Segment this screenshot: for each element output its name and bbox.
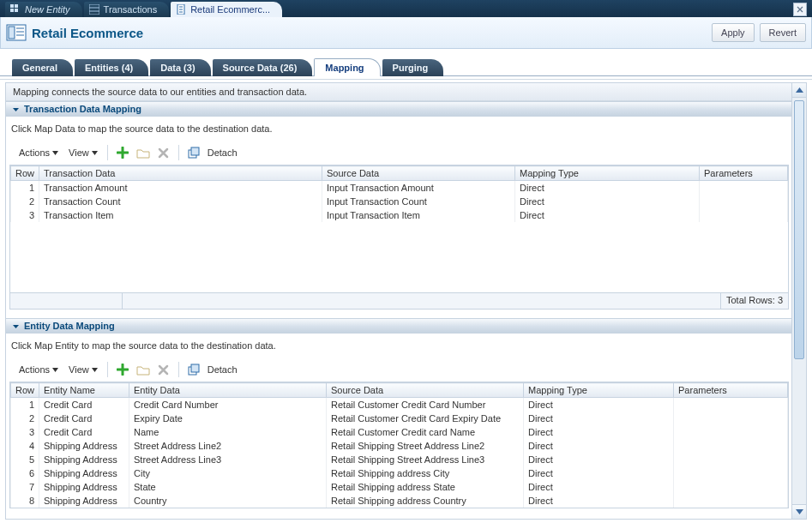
col-entity-name[interactable]: Entity Name [39,383,129,398]
add-icon[interactable] [113,144,132,161]
table-icon [89,4,99,15]
close-tab-button[interactable] [793,3,807,16]
page-header: Retail Ecommerce Apply Revert [0,17,812,49]
col-transaction-data[interactable]: Transaction Data [39,166,322,181]
table-row[interactable]: 1Credit CardCredit Card NumberRetail Cus… [11,398,788,412]
table-row[interactable]: 5Shipping AddressStreet Address Line3Ret… [11,453,788,466]
chevron-down-icon [11,105,21,114]
add-icon[interactable] [113,361,132,378]
content-pane: Mapping connects the source data to our … [5,82,807,520]
section-transaction-mapping-header[interactable]: Transaction Data Mapping [6,101,792,117]
section-hint: Click Map Entity to map the source data … [9,339,789,359]
section-hint: Click Map Data to map the source data to… [9,122,789,142]
page-title: Retail Ecommerce [32,26,143,40]
open-folder-icon[interactable] [134,144,153,161]
table-row[interactable]: 1Transaction AmountInput Transaction Amo… [11,181,788,195]
col-parameters[interactable]: Parameters [700,166,788,181]
col-source-data[interactable]: Source Data [327,383,524,398]
top-tab-transactions[interactable]: Transactions [84,2,170,17]
detach-label[interactable]: Detach [208,147,238,158]
table-row[interactable]: 7Shipping AddressStateRetail Shipping ad… [11,480,788,494]
mid-tab-strip: GeneralEntities (4)Data (3)Source Data (… [0,57,812,76]
delete-icon[interactable] [154,361,173,378]
detach-icon[interactable] [184,361,203,378]
tab-data-3-[interactable]: Data (3) [150,59,210,76]
table-row[interactable]: 6Shipping AddressCityRetail Shipping add… [11,466,788,480]
tab-mapping[interactable]: Mapping [314,58,380,76]
top-tab-label: Transactions [104,4,158,15]
top-tab-retail-ecommerce[interactable]: Retail Ecommerc... [171,2,282,17]
svg-rect-0 [10,4,14,8]
detach-icon[interactable] [184,144,203,161]
section-entity-mapping-header[interactable]: Entity Data Mapping [6,318,792,334]
table-row[interactable]: 3Transaction ItemInput Transaction ItemD… [11,208,788,222]
svg-rect-1 [15,4,18,8]
tab-general[interactable]: General [12,59,73,76]
delete-icon[interactable] [154,144,173,161]
toolbar-entity-mapping: Actions View [9,359,789,382]
info-strip: Mapping connects the source data to our … [6,83,792,101]
col-source-data[interactable]: Source Data [322,166,515,181]
scroll-down-icon[interactable] [792,504,806,519]
actions-menu[interactable]: Actions [15,146,63,159]
tab-source-data-26-[interactable]: Source Data (26) [213,59,313,76]
col-mapping-type[interactable]: Mapping Type [515,166,700,181]
grid-transaction-mapping: Row Transaction Data Source Data Mapping… [9,165,789,310]
actions-menu[interactable]: Actions [15,363,63,376]
table-row[interactable]: 8Shipping AddressCountryRetail Shipping … [11,494,788,508]
grid-entity-mapping: Row Entity Name Entity Data Source Data … [9,382,789,508]
top-tab-new-entity[interactable]: New Entity [5,2,82,17]
section-title: Transaction Data Mapping [24,104,141,114]
svg-rect-12 [9,27,15,39]
document-icon [176,4,186,15]
view-menu[interactable]: View [64,146,102,159]
open-folder-icon[interactable] [134,361,153,378]
col-mapping-type[interactable]: Mapping Type [524,383,674,398]
col-parameters[interactable]: Parameters [674,383,788,398]
svg-rect-4 [89,4,99,15]
view-menu[interactable]: View [64,363,102,376]
svg-rect-2 [10,9,14,12]
scrollbar-thumb[interactable] [794,100,804,359]
table-row[interactable]: 2Transaction CountInput Transaction Coun… [11,195,788,208]
col-entity-data[interactable]: Entity Data [129,383,327,398]
top-tab-strip: New Entity Transactions Retail Ecommerc.… [0,0,812,17]
col-row[interactable]: Row [11,383,39,398]
grid-icon [10,4,21,15]
table-row[interactable]: 3Credit CardNameRetail Customer Credit c… [11,425,788,439]
svg-rect-19 [191,364,199,372]
tab-entities-4-[interactable]: Entities (4) [75,59,148,76]
chevron-down-icon [11,322,21,331]
svg-rect-17 [191,147,199,155]
apply-button[interactable]: Apply [712,23,755,42]
total-rows-label: Total Rows: 3 [721,293,788,309]
svg-rect-3 [15,9,18,12]
vertical-scrollbar[interactable] [791,83,806,519]
tab-purging[interactable]: Purging [382,59,444,76]
document-icon [6,24,27,41]
table-row[interactable]: 2Credit CardExpiry DateRetail Customer C… [11,412,788,425]
revert-button[interactable]: Revert [760,23,806,42]
section-title: Entity Data Mapping [24,321,115,331]
col-row[interactable]: Row [11,166,39,181]
scroll-up-icon[interactable] [792,83,806,98]
top-tab-label: Retail Ecommerc... [190,4,270,15]
detach-label[interactable]: Detach [208,364,238,375]
table-row[interactable]: 4Shipping AddressStreet Address Line2Ret… [11,439,788,453]
toolbar-transaction-mapping: Actions View [9,142,789,165]
top-tab-label: New Entity [25,4,70,15]
